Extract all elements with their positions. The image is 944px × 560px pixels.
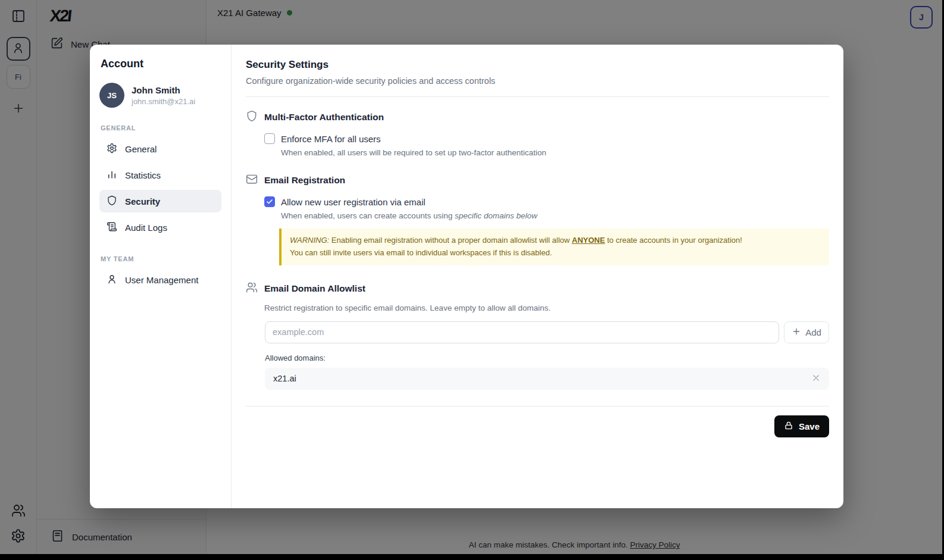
nav-group-my-team: MY TEAM	[101, 255, 221, 262]
lock-icon	[784, 421, 793, 432]
email-reg-heading-row: Email Registration	[246, 173, 829, 187]
nav-group-general: GENERAL	[101, 124, 221, 132]
divider	[246, 96, 829, 97]
allowlist-section: Email Domain Allowlist Restrict registra…	[246, 281, 829, 390]
save-row: Save	[246, 415, 829, 437]
mfa-checkbox-row[interactable]: Enforce MFA for all users	[264, 133, 829, 144]
bar-chart-icon	[107, 169, 117, 182]
close-icon	[811, 373, 821, 384]
mfa-checkbox-label: Enforce MFA for all users	[281, 134, 381, 144]
nav-item-general[interactable]: General	[99, 137, 221, 160]
warning-label: WARNING:	[290, 236, 329, 245]
mfa-checkbox[interactable]	[264, 133, 275, 144]
warning-emphasis: ANYONE	[572, 236, 605, 245]
allowlist-heading: Email Domain Allowlist	[264, 283, 365, 294]
shield-icon	[246, 110, 258, 124]
account-settings-modal: Account JS John Smith john.smith@x21.ai …	[90, 45, 843, 508]
domain-chip: x21.ai	[265, 368, 829, 390]
mfa-heading-row: Multi-Factor Authentication	[246, 110, 829, 124]
user-name: John Smith	[132, 85, 195, 95]
warning-after: to create accounts in your organization!	[605, 236, 742, 245]
warning-line-1: WARNING: Enabling email registration wit…	[290, 234, 821, 246]
allowlist-description: Restrict registration to specific email …	[264, 304, 829, 312]
email-reg-checkbox-label: Allow new user registration via email	[281, 197, 426, 207]
remove-domain-button[interactable]	[811, 373, 821, 384]
nav-label: User Management	[125, 275, 198, 285]
email-reg-heading: Email Registration	[264, 175, 345, 186]
mfa-help-text: When enabled, all users will be required…	[281, 148, 829, 157]
screen: Fi X2I	[0, 0, 944, 560]
allowlist-input-row: Add	[265, 321, 829, 343]
avatar: JS	[99, 83, 124, 108]
nav-item-audit-logs[interactable]: Audit Logs	[99, 216, 221, 239]
mfa-section: Multi-Factor Authentication Enforce MFA …	[246, 110, 829, 157]
nav-label: Security	[125, 196, 160, 207]
plus-icon	[792, 327, 801, 338]
nav-item-user-management[interactable]: User Management	[99, 268, 221, 291]
add-label: Add	[805, 327, 821, 337]
email-reg-checkbox[interactable]	[264, 196, 275, 207]
warning-banner: WARNING: Enabling email registration wit…	[279, 229, 829, 265]
shield-icon	[107, 195, 117, 208]
add-domain-button[interactable]: Add	[784, 321, 829, 343]
allowlist-heading-row: Email Domain Allowlist	[246, 281, 829, 296]
warning-before: Enabling email registration without a pr…	[329, 236, 572, 245]
help-italic: specific domains below	[455, 211, 537, 220]
email-reg-help-text: When enabled, users can create accounts …	[281, 211, 829, 220]
mfa-heading: Multi-Factor Authentication	[264, 112, 384, 123]
check-icon	[266, 198, 273, 205]
mail-icon	[246, 173, 258, 187]
warning-line-2: You can still invite users via email to …	[290, 246, 821, 259]
allowed-domains-label: Allowed domains:	[265, 353, 829, 362]
account-title: Account	[101, 58, 221, 70]
email-reg-checkbox-row[interactable]: Allow new user registration via email	[264, 196, 829, 207]
help-prefix: When enabled, users can create accounts …	[281, 211, 455, 220]
scroll-icon	[107, 221, 117, 234]
page-subtitle: Configure organization-wide security pol…	[246, 76, 829, 86]
save-button[interactable]: Save	[774, 415, 829, 437]
email-registration-section: Email Registration Allow new user regist…	[246, 173, 829, 265]
nav-label: Statistics	[125, 170, 161, 180]
settings-nav-panel: Account JS John Smith john.smith@x21.ai …	[90, 45, 232, 508]
domain-name: x21.ai	[273, 374, 296, 383]
user-icon	[107, 274, 117, 286]
users-icon	[246, 281, 258, 296]
nav-label: Audit Logs	[125, 223, 167, 233]
domain-input[interactable]	[265, 321, 779, 343]
gear-icon	[107, 143, 117, 155]
nav-item-statistics[interactable]: Statistics	[99, 164, 221, 186]
account-user: JS John Smith john.smith@x21.ai	[99, 83, 221, 108]
divider	[246, 406, 829, 406]
page-title: Security Settings	[246, 59, 829, 71]
user-email: john.smith@x21.ai	[132, 97, 195, 106]
nav-label: General	[125, 144, 157, 154]
security-settings-panel: Security Settings Configure organization…	[232, 45, 843, 508]
nav-item-security[interactable]: Security	[99, 190, 221, 212]
save-label: Save	[799, 421, 820, 431]
